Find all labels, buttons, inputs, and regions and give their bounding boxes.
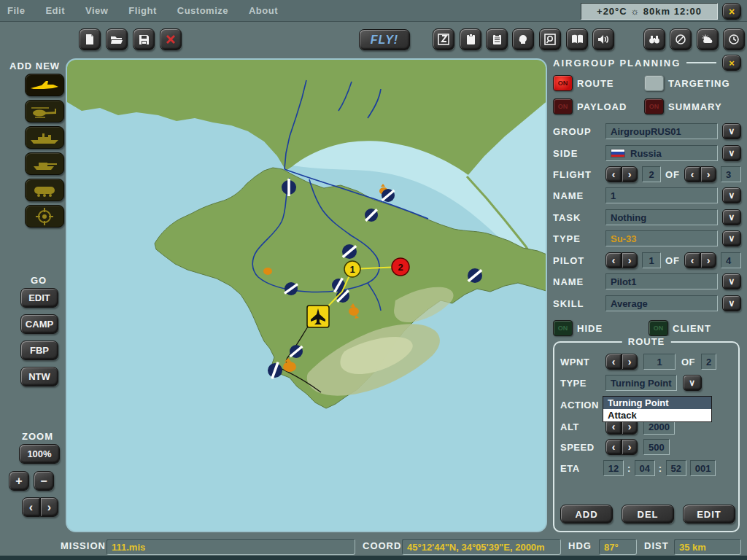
name-dropdown-button[interactable]: ∨: [722, 187, 741, 203]
open-mission-button[interactable]: [106, 28, 128, 50]
wpnt-next-button[interactable]: ›: [622, 354, 638, 370]
panel-close-button[interactable]: ×: [722, 55, 741, 71]
summary-toggle[interactable]: ON: [644, 98, 664, 114]
wpnt-total-field[interactable]: 2: [701, 354, 716, 370]
pan-right-button[interactable]: ›: [40, 497, 58, 517]
flight-total-next-button[interactable]: ›: [700, 166, 716, 182]
pilot-roster-button[interactable]: [512, 28, 534, 50]
go-ntw-button[interactable]: NTW: [20, 367, 58, 386]
task-dropdown-button[interactable]: ∨: [722, 209, 741, 225]
pilot-prev-button[interactable]: ‹: [605, 252, 622, 268]
payload-toggle[interactable]: ON: [553, 98, 573, 114]
add-helicopter-button[interactable]: [25, 100, 64, 122]
pilot-number-field[interactable]: 1: [642, 252, 661, 268]
menu-view[interactable]: View: [85, 5, 108, 16]
add-vehicle-button[interactable]: [25, 152, 64, 175]
zoom-in-button[interactable]: +: [9, 471, 29, 491]
delete-mission-button[interactable]: [160, 28, 182, 50]
action-option-turning-point[interactable]: Turning Point: [603, 397, 711, 409]
menu-file[interactable]: File: [7, 5, 25, 16]
pan-left-button[interactable]: ‹: [22, 497, 40, 517]
go-fbp-button[interactable]: FBP: [20, 341, 58, 360]
group-field[interactable]: AirgroupRUS01: [605, 123, 718, 139]
go-edit-button[interactable]: EDIT: [20, 288, 58, 308]
swap-route-button[interactable]: [433, 28, 454, 50]
add-train-button[interactable]: [25, 179, 64, 201]
wpnt-prev-button[interactable]: ‹: [605, 354, 622, 370]
waypoint-edit-button[interactable]: EDIT: [683, 505, 735, 524]
add-ship-button[interactable]: [25, 126, 64, 149]
flight-total-field[interactable]: 3: [721, 166, 741, 182]
client-toggle[interactable]: ON: [649, 320, 668, 336]
binoculars-search-button[interactable]: [643, 28, 665, 50]
briefing-button[interactable]: [460, 28, 481, 50]
speed-field[interactable]: 500: [643, 439, 670, 455]
pilot-total-field[interactable]: 4: [721, 252, 741, 268]
route-toggle[interactable]: ON: [553, 75, 573, 91]
go-camp-button[interactable]: CAMP: [20, 314, 58, 334]
flight-number-field[interactable]: 2: [642, 166, 661, 182]
eta-seconds-field[interactable]: 52: [666, 460, 686, 476]
wpt-type-field[interactable]: Turning Point: [605, 375, 677, 391]
menu-about[interactable]: About: [249, 5, 278, 16]
fly-button[interactable]: FLY!: [359, 29, 410, 50]
time-button[interactable]: [723, 28, 745, 50]
map-canvas[interactable]: 1 2: [66, 58, 547, 532]
wpnt-number-field[interactable]: 1: [643, 354, 676, 370]
mission-field[interactable]: 111.mis: [107, 539, 355, 555]
waypoint-2[interactable]: 2: [392, 258, 409, 276]
menu-edit[interactable]: Edit: [45, 5, 65, 16]
type-field[interactable]: Su-33: [605, 230, 718, 246]
close-app-button[interactable]: ×: [722, 3, 741, 20]
add-target-button[interactable]: [25, 205, 64, 228]
pilot-of-label: OF: [665, 255, 680, 266]
zoom-level-button[interactable]: 100%: [19, 444, 60, 464]
eta-ms-field[interactable]: 001: [690, 460, 716, 476]
side-field[interactable]: Russia: [605, 145, 718, 161]
skill-field[interactable]: Average: [605, 295, 718, 311]
pilot-next-button[interactable]: ›: [622, 252, 638, 268]
task-field[interactable]: Nothing: [605, 209, 718, 225]
mission-notes-button[interactable]: [486, 28, 508, 50]
menu-customize[interactable]: Customize: [177, 5, 228, 16]
eta-hours-field[interactable]: 12: [603, 460, 624, 476]
speed-decrease-button[interactable]: ‹: [605, 439, 622, 455]
sound-button[interactable]: [592, 28, 614, 50]
hide-toggle[interactable]: ON: [553, 320, 573, 336]
save-mission-button[interactable]: [133, 28, 155, 50]
speed-increase-button[interactable]: ›: [622, 439, 638, 455]
flight-prev-button[interactable]: ‹: [605, 166, 622, 182]
find-unit-button[interactable]: [539, 28, 561, 50]
targeting-toggle[interactable]: [644, 75, 664, 91]
wpt-type-dropdown-button[interactable]: ∨: [683, 375, 702, 391]
flight-total-prev-button[interactable]: ‹: [684, 166, 700, 182]
pilot-name-dropdown-button[interactable]: ∨: [722, 273, 741, 289]
action-option-attack[interactable]: Attack: [603, 409, 711, 421]
group-dropdown-button[interactable]: ∨: [722, 123, 741, 139]
skill-dropdown-button[interactable]: ∨: [722, 295, 741, 311]
selected-aircraft-marker[interactable]: [307, 306, 329, 327]
menu-flight[interactable]: Flight: [128, 5, 156, 16]
speed-label: SPEED: [560, 442, 600, 453]
name-field[interactable]: 1: [605, 187, 718, 203]
pilot-total-next-button[interactable]: ›: [700, 252, 716, 268]
flight-next-button[interactable]: ›: [622, 166, 638, 182]
title-rule: [686, 62, 716, 63]
waypoint-add-button[interactable]: ADD: [560, 505, 613, 524]
tank-car-icon: [29, 183, 60, 198]
zoom-out-button[interactable]: −: [34, 471, 54, 491]
weather-button[interactable]: [697, 28, 719, 50]
new-mission-button[interactable]: [79, 28, 101, 50]
save-floppy-icon: [139, 34, 150, 45]
eta-minutes-field[interactable]: 04: [635, 460, 655, 476]
waypoint-1[interactable]: 1: [344, 261, 360, 277]
restrictions-button[interactable]: [670, 28, 692, 50]
type-dropdown-button[interactable]: ∨: [722, 230, 741, 246]
pilot-total-prev-button[interactable]: ‹: [684, 252, 700, 268]
add-airplane-button[interactable]: [25, 74, 64, 96]
open-book-icon: [571, 34, 584, 44]
side-dropdown-button[interactable]: ∨: [722, 145, 741, 161]
encyclopedia-button[interactable]: [566, 28, 588, 50]
pilot-name-field[interactable]: Pilot1: [605, 273, 718, 289]
waypoint-del-button[interactable]: DEL: [622, 505, 674, 524]
